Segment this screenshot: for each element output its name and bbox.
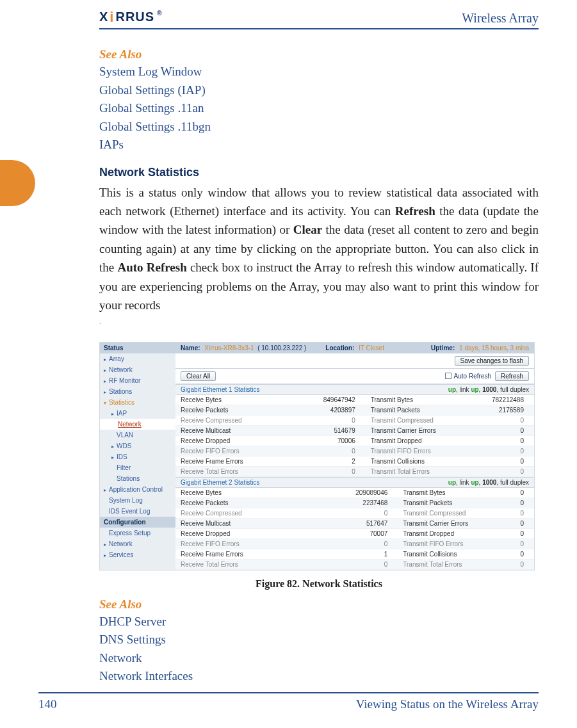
table-row: Receive Packets4203897Transmit Packets21… [175,405,534,415]
sidebar-item-statistics[interactable]: Statistics [100,397,175,408]
link-status: up, link up, 1000, full duplex [448,386,529,393]
stat-label: Receive Dropped [175,528,290,538]
xref-link[interactable]: IAPs [99,136,539,154]
link-status: up, link up, 1000, full duplex [448,479,529,486]
xref-link[interactable]: Global Settings .11an [99,99,539,118]
refresh-button[interactable]: Refresh [495,371,529,381]
stat-label: Transmit Total Errors [366,466,459,476]
xref-link[interactable]: Network Interfaces [99,667,539,686]
name-label: Name: Xirrus-XR8-3x3-1 ( 10.100.23.222 ) [181,344,306,352]
xref-link[interactable]: Global Settings .11bgn [99,118,539,136]
sidebar-item-services[interactable]: Services [100,549,175,560]
table-row: Receive Frame Errors2Transmit Collisions… [175,456,534,466]
table-row: Receive Dropped70007Transmit Dropped0 [175,528,534,538]
stat-label: Receive Bytes [175,488,290,498]
stat-value: 0 [491,508,534,518]
table-row: Receive Multicast514679Transmit Carrier … [175,425,534,435]
sidebar-item-wds[interactable]: WDS [100,441,175,451]
stat-label: Receive FIFO Errors [175,446,290,456]
registered-mark-icon: ® [157,10,162,17]
location-value: IT Closet [359,344,384,352]
stat-value: 782212488 [459,395,534,405]
save-to-flash-button[interactable]: Save changes to flash [455,356,529,366]
sidebar-group-configuration: Configuration [100,517,175,528]
xref-link[interactable]: DHCP Server [99,613,539,631]
figure-screenshot: Status Array Network RF Monitor Stations… [99,342,535,570]
checkbox-icon [445,373,451,379]
screenshot-sidebar: Status Array Network RF Monitor Stations… [100,343,175,570]
table-row: Receive Multicast517647Transmit Carrier … [175,518,534,528]
logo-text-left: X [99,10,108,24]
sidebar-item-app-control[interactable]: Application Control [100,484,175,495]
xref-link[interactable]: System Log Window [99,63,539,81]
stats-section-header: Gigabit Ethernet 1 Statisticsup, link up… [175,384,534,395]
stat-label: Transmit Collisions [366,456,459,466]
sidebar-item-vlan[interactable]: VLAN [100,430,175,441]
sidebar-item-stations-sub[interactable]: Stations [100,473,175,484]
stat-value: 2176589 [459,405,534,415]
name-value: Xirrus-XR8-3x3-1 [204,344,254,352]
stat-value: 0 [290,446,366,456]
stat-value: 0 [290,415,366,425]
xref-link[interactable]: DNS Settings [99,631,539,649]
sidebar-item-network[interactable]: Network [100,364,175,375]
table-row: Receive Dropped70006Transmit Dropped0 [175,435,534,446]
stat-value: 0 [491,497,534,508]
sidebar-item-ids-event-log[interactable]: IDS Event Log [100,506,175,517]
screenshot-toolbar-actions: Clear All Auto Refresh Refresh [175,369,534,384]
table-row: Receive Compressed0Transmit Compressed0 [175,415,534,425]
sidebar-item-ids[interactable]: IDS [100,451,175,462]
stat-label: Receive Bytes [175,395,290,405]
stats-section-header: Gigabit Ethernet 2 Statisticsup, link up… [175,477,534,488]
stat-label: Receive Packets [175,405,290,415]
stat-label: Transmit FIFO Errors [398,538,491,549]
sidebar-item-express-setup[interactable]: Express Setup [100,528,175,538]
stat-label: Receive Packets [175,497,290,508]
document-title: Wireless Array [462,11,539,26]
stat-label: Transmit Packets [366,405,459,415]
see-also-links-top: System Log Window Global Settings (IAP) … [99,63,539,154]
table-row: Receive Bytes209089046Transmit Bytes0 [175,488,534,498]
section-thumb-tab [0,160,35,206]
stat-label: Transmit Packets [398,497,491,508]
stats-table: Receive Bytes209089046Transmit Bytes0Rec… [175,488,534,570]
stat-value: 517647 [290,518,398,528]
stat-value: 0 [459,415,534,425]
xref-link[interactable]: Network [99,649,539,668]
stat-label: Transmit Carrier Errors [398,518,491,528]
table-row: Receive FIFO Errors0Transmit FIFO Errors… [175,538,534,549]
stat-sections: Gigabit Ethernet 1 Statisticsup, link up… [175,384,534,570]
clear-all-button[interactable]: Clear All [181,371,216,381]
sidebar-item-iap[interactable]: IAP [100,408,175,419]
sidebar-item-filter[interactable]: Filter [100,462,175,473]
sidebar-item-rf-monitor[interactable]: RF Monitor [100,375,175,386]
sidebar-item-network-selected[interactable]: Network [100,419,175,430]
sidebar-item-stations[interactable]: Stations [100,386,175,397]
stat-value: 514679 [290,425,366,435]
table-row: Receive Bytes849647942Transmit Bytes7822… [175,395,534,405]
stat-value: 2237468 [290,497,398,508]
stat-label: Transmit Collisions [398,549,491,559]
table-row: Receive Total Errors0Transmit Total Erro… [175,559,534,569]
stat-value: 0 [491,518,534,528]
stat-value: 0 [491,559,534,569]
sidebar-item-array[interactable]: Array [100,353,175,364]
sidebar-group-status: Status [100,343,175,353]
table-row: Receive Frame Errors1Transmit Collisions… [175,549,534,559]
page-body: See Also System Log Window Global Settin… [99,40,539,686]
stat-value: 1 [290,549,398,559]
brand-logo: XiRRUS® [99,10,161,26]
see-also-links-bottom: DHCP Server DNS Settings Network Network… [99,613,539,686]
stat-value: 0 [459,466,534,476]
sidebar-item-config-network[interactable]: Network [100,538,175,549]
table-row: Receive Total Errors0Transmit Total Erro… [175,466,534,476]
stat-label: Transmit Compressed [398,508,491,518]
stat-label: Receive Dropped [175,435,290,446]
stat-label: Transmit Compressed [366,415,459,425]
xref-link[interactable]: Global Settings (IAP) [99,81,539,100]
sidebar-item-system-log[interactable]: System Log [100,495,175,506]
stat-label: Transmit FIFO Errors [366,446,459,456]
stat-label: Receive Compressed [175,415,290,425]
auto-refresh-checkbox[interactable]: Auto Refresh [445,373,491,380]
stats-section-title: Gigabit Ethernet 1 Statistics [181,386,259,393]
